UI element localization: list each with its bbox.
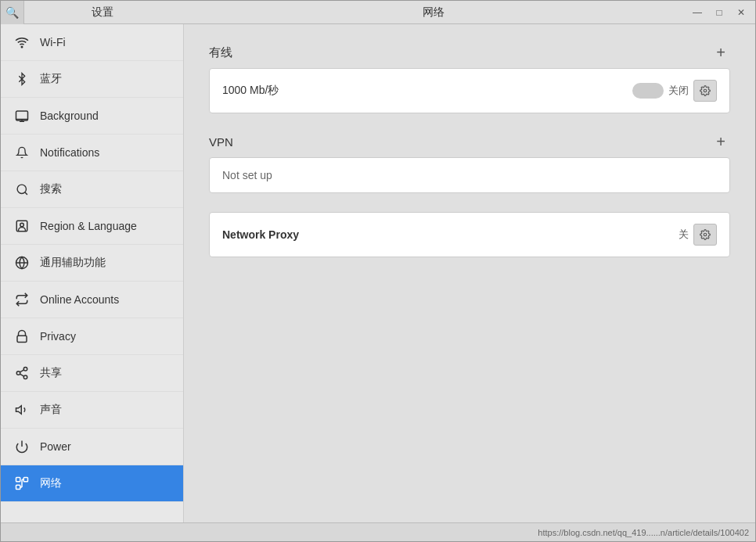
sharing-icon bbox=[13, 364, 31, 382]
svg-rect-20 bbox=[23, 478, 27, 482]
svg-point-25 bbox=[704, 89, 707, 92]
vpn-section-title: VPN bbox=[209, 135, 233, 149]
sidebar-item-notifications-label: Notifications bbox=[40, 146, 99, 159]
wired-section-header: 有线 + bbox=[209, 43, 730, 62]
svg-line-15 bbox=[20, 374, 23, 376]
sidebar-item-online-accounts-label: Online Accounts bbox=[40, 293, 119, 306]
power-icon bbox=[13, 438, 31, 455]
sidebar-item-accessibility[interactable]: 通用辅助功能 bbox=[1, 245, 183, 282]
svg-rect-19 bbox=[16, 478, 20, 482]
sidebar-item-power[interactable]: Power bbox=[1, 429, 183, 465]
svg-point-13 bbox=[16, 372, 20, 375]
accessibility-icon bbox=[13, 254, 31, 271]
sidebar-item-region-label: Region & Language bbox=[40, 220, 137, 232]
network-proxy-status-label: 关 bbox=[679, 228, 689, 242]
sidebar-item-privacy[interactable]: Privacy bbox=[1, 318, 183, 355]
region-icon bbox=[13, 217, 31, 235]
sidebar-item-privacy-label: Privacy bbox=[40, 330, 76, 343]
titlebar: 🔍 设置 网络 — □ ✕ bbox=[1, 1, 755, 24]
sidebar-item-network-label: 网络 bbox=[40, 476, 62, 490]
network-proxy-toggle-area: 关 bbox=[679, 224, 717, 246]
svg-line-6 bbox=[24, 192, 27, 194]
wired-settings-button[interactable] bbox=[693, 80, 717, 102]
network-proxy-label: Network Proxy bbox=[222, 228, 679, 241]
sidebar-item-online-accounts[interactable]: Online Accounts bbox=[1, 282, 183, 318]
main-window: 🔍 设置 网络 — □ ✕ Wi-Fi bbox=[0, 0, 756, 542]
vpn-add-button[interactable]: + bbox=[711, 132, 730, 151]
wifi-icon bbox=[13, 34, 31, 51]
sidebar-item-wifi-label: Wi-Fi bbox=[40, 36, 66, 48]
titlebar-search-icon[interactable]: 🔍 bbox=[1, 1, 24, 24]
svg-rect-21 bbox=[16, 485, 20, 489]
main-panel: 有线 + 1000 Mb/秒 关闭 bbox=[184, 24, 755, 522]
sidebar-item-bluetooth-label: 蓝牙 bbox=[40, 72, 62, 86]
svg-point-26 bbox=[704, 233, 707, 236]
notifications-icon bbox=[13, 144, 31, 161]
search-sidebar-icon bbox=[13, 181, 31, 198]
online-accounts-icon bbox=[13, 291, 31, 308]
sidebar-item-sound[interactable]: 声音 bbox=[1, 392, 183, 429]
wired-section-title: 有线 bbox=[209, 45, 232, 60]
sidebar-item-background-label: Background bbox=[40, 109, 99, 122]
sidebar-item-accessibility-label: 通用辅助功能 bbox=[40, 256, 106, 270]
wired-toggle-area: 关闭 bbox=[632, 80, 717, 102]
sidebar-item-search-label: 搜索 bbox=[40, 182, 62, 196]
wired-toggle-switch[interactable] bbox=[632, 83, 664, 99]
statusbar: https://blog.csdn.net/qq_419......n/arti… bbox=[1, 522, 755, 541]
search-icon: 🔍 bbox=[5, 6, 19, 19]
wired-toggle-label: 关闭 bbox=[668, 84, 689, 98]
svg-rect-11 bbox=[17, 336, 27, 342]
wired-speed-label: 1000 Mb/秒 bbox=[222, 84, 632, 98]
svg-point-0 bbox=[21, 46, 23, 48]
titlebar-left-title: 设置 bbox=[24, 5, 181, 20]
svg-marker-17 bbox=[16, 406, 22, 415]
wired-section: 有线 + 1000 Mb/秒 关闭 bbox=[209, 43, 730, 113]
sidebar-item-bluetooth[interactable]: 蓝牙 bbox=[1, 61, 183, 98]
statusbar-url: https://blog.csdn.net/qq_419......n/arti… bbox=[538, 528, 749, 537]
vpn-card: Not set up bbox=[209, 157, 730, 193]
sidebar-item-region[interactable]: Region & Language bbox=[1, 208, 183, 245]
sidebar-item-background[interactable]: Background bbox=[1, 98, 183, 135]
wired-add-button[interactable]: + bbox=[711, 43, 730, 62]
network-proxy-card-row: Network Proxy 关 bbox=[210, 213, 729, 257]
sidebar-item-sharing-label: 共享 bbox=[40, 366, 62, 380]
titlebar-center-title: 网络 bbox=[181, 5, 686, 20]
svg-point-14 bbox=[23, 375, 27, 379]
network-proxy-settings-button[interactable] bbox=[693, 224, 717, 246]
vpn-card-row: Not set up bbox=[210, 158, 729, 192]
sidebar-item-wifi[interactable]: Wi-Fi bbox=[1, 24, 183, 61]
content-area: Wi-Fi 蓝牙 Ba bbox=[1, 24, 755, 522]
vpn-not-set-label: Not set up bbox=[222, 169, 717, 181]
wired-card-row: 1000 Mb/秒 关闭 bbox=[210, 69, 729, 113]
svg-point-5 bbox=[17, 185, 26, 193]
sidebar-item-network[interactable]: 网络 bbox=[1, 465, 183, 502]
sidebar-item-search[interactable]: 搜索 bbox=[1, 171, 183, 208]
network-proxy-section: Network Proxy 关 bbox=[209, 212, 730, 257]
sidebar-item-sound-label: 声音 bbox=[40, 403, 62, 417]
sound-icon bbox=[13, 401, 31, 418]
background-icon bbox=[13, 107, 31, 124]
minimize-button[interactable]: — bbox=[686, 3, 708, 22]
svg-point-8 bbox=[20, 223, 24, 227]
svg-line-16 bbox=[20, 370, 23, 372]
sidebar: Wi-Fi 蓝牙 Ba bbox=[1, 24, 184, 522]
wired-card: 1000 Mb/秒 关闭 bbox=[209, 68, 730, 113]
privacy-icon bbox=[13, 328, 31, 345]
sidebar-item-power-label: Power bbox=[40, 440, 71, 453]
network-icon bbox=[13, 475, 31, 492]
maximize-button[interactable]: □ bbox=[708, 3, 730, 22]
network-proxy-card: Network Proxy 关 bbox=[209, 212, 730, 257]
sidebar-item-sharing[interactable]: 共享 bbox=[1, 355, 183, 392]
svg-point-12 bbox=[23, 368, 27, 372]
vpn-section: VPN + Not set up bbox=[209, 132, 730, 193]
titlebar-controls: — □ ✕ bbox=[686, 3, 752, 22]
sidebar-item-notifications[interactable]: Notifications bbox=[1, 135, 183, 171]
close-button[interactable]: ✕ bbox=[730, 3, 752, 22]
bluetooth-icon bbox=[13, 70, 31, 88]
vpn-section-header: VPN + bbox=[209, 132, 730, 151]
